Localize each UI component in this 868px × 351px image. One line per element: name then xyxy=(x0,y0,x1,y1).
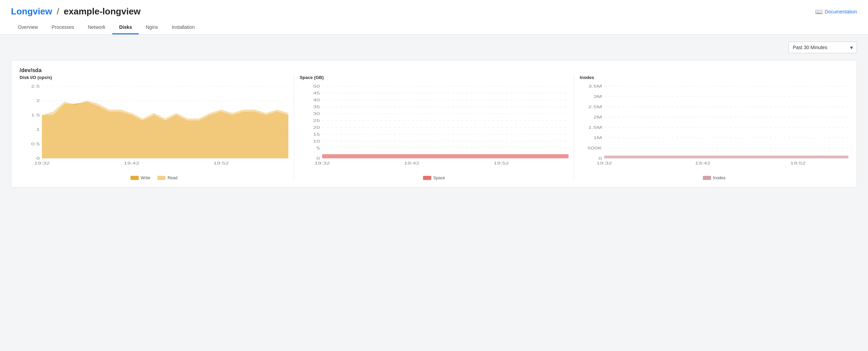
inodes-svg: 3.5M 3M 2.5M 2M 1.5M 1M 500K 0 19:32 19:… xyxy=(580,83,848,165)
legend-read: Read xyxy=(157,176,178,180)
disk-io-chart-area: 2.5 2 1.5 1 0.5 0 19:32 19:42 19:52 xyxy=(20,83,288,172)
svg-text:40: 40 xyxy=(313,98,320,102)
svg-text:0: 0 xyxy=(599,156,602,160)
disk-io-svg: 2.5 2 1.5 1 0.5 0 19:32 19:42 19:52 xyxy=(20,83,288,165)
docs-icon: 📖 xyxy=(815,8,823,15)
breadcrumb-separator: / xyxy=(57,6,59,16)
svg-text:25: 25 xyxy=(313,118,320,123)
svg-text:30: 30 xyxy=(313,112,320,116)
svg-text:2.5: 2.5 xyxy=(31,84,40,88)
svg-text:35: 35 xyxy=(313,105,320,109)
write-label: Write xyxy=(141,176,150,180)
time-selector-row: Past 30 Minutes Past Hour Past 2 Hours P… xyxy=(11,42,857,53)
svg-text:20: 20 xyxy=(313,125,320,129)
top-row: Longview / example-longview 📖 Documentat… xyxy=(11,6,857,17)
disk-io-label: Disk I/O (ops/s) xyxy=(20,75,288,80)
svg-text:45: 45 xyxy=(313,91,320,95)
svg-text:19:32: 19:32 xyxy=(597,161,612,165)
legend-inodes: Inodes xyxy=(703,176,726,180)
inodes-legend: Inodes xyxy=(580,176,848,180)
svg-text:50: 50 xyxy=(313,84,320,88)
svg-text:1.5: 1.5 xyxy=(31,113,40,117)
svg-text:19:52: 19:52 xyxy=(214,161,229,165)
main-content: Past 30 Minutes Past Hour Past 2 Hours P… xyxy=(0,35,868,194)
svg-text:19:52: 19:52 xyxy=(493,161,509,165)
svg-marker-39 xyxy=(322,154,568,158)
svg-text:1.5M: 1.5M xyxy=(589,125,602,129)
svg-marker-13 xyxy=(42,101,288,158)
space-label: Space (GB) xyxy=(300,75,569,80)
write-swatch xyxy=(130,176,139,180)
svg-text:2.5M: 2.5M xyxy=(589,105,602,109)
space-chart-area: 50 45 40 35 30 25 20 15 10 5 0 xyxy=(300,83,569,172)
nav-tabs: Overview Processes Network Disks Nginx I… xyxy=(11,21,857,34)
svg-text:3.5M: 3.5M xyxy=(589,84,602,88)
legend-space: Space xyxy=(423,176,445,180)
svg-text:5: 5 xyxy=(316,146,320,150)
top-bar: Longview / example-longview 📖 Documentat… xyxy=(0,0,868,35)
svg-text:0.5: 0.5 xyxy=(31,142,40,146)
tab-nginx[interactable]: Nginx xyxy=(139,21,165,34)
space-panel: Space (GB) xyxy=(294,75,574,180)
docs-link[interactable]: 📖 Documentation xyxy=(815,8,857,15)
page-name: example-longview xyxy=(64,6,141,16)
svg-text:1M: 1M xyxy=(594,136,602,140)
svg-text:3M: 3M xyxy=(594,94,602,99)
tab-disks[interactable]: Disks xyxy=(112,21,139,34)
tab-overview[interactable]: Overview xyxy=(11,21,45,34)
tab-processes[interactable]: Processes xyxy=(45,21,81,34)
svg-text:15: 15 xyxy=(313,132,320,136)
svg-text:19:32: 19:32 xyxy=(314,161,330,165)
svg-text:500K: 500K xyxy=(588,146,602,150)
disk-io-legend: Write Read xyxy=(20,176,288,180)
time-selector[interactable]: Past 30 Minutes Past Hour Past 2 Hours P… xyxy=(788,42,857,53)
disk-io-panel: Disk I/O (ops/s) 2.5 2 1.5 xyxy=(20,75,294,180)
svg-marker-59 xyxy=(604,156,848,158)
longview-link[interactable]: Longview xyxy=(11,6,52,16)
space-swatch xyxy=(423,176,431,180)
inodes-panel: Inodes 3.5M 3M xyxy=(574,75,848,180)
space-svg: 50 45 40 35 30 25 20 15 10 5 0 xyxy=(300,83,569,165)
disk-title: /dev/sda xyxy=(20,67,848,73)
read-label: Read xyxy=(168,176,178,180)
inodes-swatch xyxy=(703,176,711,180)
svg-text:1: 1 xyxy=(36,127,40,132)
svg-text:19:52: 19:52 xyxy=(790,161,806,165)
breadcrumb: Longview / example-longview xyxy=(11,6,141,17)
space-legend-label: Space xyxy=(433,176,445,180)
svg-text:0: 0 xyxy=(316,156,320,160)
docs-label: Documentation xyxy=(825,9,857,14)
inodes-chart-area: 3.5M 3M 2.5M 2M 1.5M 1M 500K 0 19:32 19:… xyxy=(580,83,848,172)
charts-row: Disk I/O (ops/s) 2.5 2 1.5 xyxy=(20,75,848,180)
space-legend: Space xyxy=(300,176,569,180)
svg-text:10: 10 xyxy=(313,139,320,143)
svg-text:2M: 2M xyxy=(594,115,602,119)
tab-installation[interactable]: Installation xyxy=(165,21,202,34)
svg-text:19:32: 19:32 xyxy=(34,161,50,165)
tab-network[interactable]: Network xyxy=(81,21,112,34)
inodes-legend-label: Inodes xyxy=(713,176,726,180)
time-selector-wrap: Past 30 Minutes Past Hour Past 2 Hours P… xyxy=(788,42,857,53)
svg-text:19:42: 19:42 xyxy=(404,161,419,165)
svg-text:19:42: 19:42 xyxy=(695,161,711,165)
disk-section: /dev/sda Disk I/O (ops/s) 2.5 xyxy=(11,60,857,188)
svg-text:19:42: 19:42 xyxy=(124,161,139,165)
legend-write: Write xyxy=(130,176,150,180)
svg-text:0: 0 xyxy=(36,156,40,160)
inodes-label: Inodes xyxy=(580,75,848,80)
read-swatch xyxy=(157,176,165,180)
svg-text:2: 2 xyxy=(36,99,40,103)
